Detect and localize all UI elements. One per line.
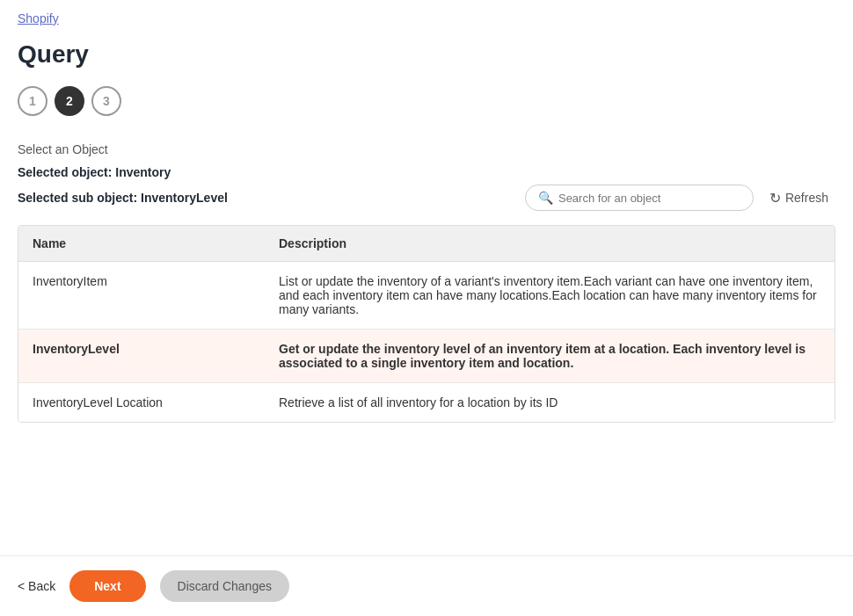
page-title: Query bbox=[18, 40, 835, 69]
stepper: 1 2 3 bbox=[18, 86, 835, 116]
section-label: Select an Object bbox=[18, 142, 835, 156]
row-description: List or update the inventory of a varian… bbox=[265, 262, 835, 330]
discard-changes-button[interactable]: Discard Changes bbox=[160, 570, 289, 602]
row-name: InventoryLevel Location bbox=[18, 383, 265, 423]
object-table: Name Description InventoryItemList or up… bbox=[18, 226, 835, 422]
col-header-name: Name bbox=[18, 226, 265, 262]
refresh-icon: ↻ bbox=[769, 190, 781, 207]
selected-object: Selected object: Inventory bbox=[18, 165, 835, 179]
row-name: InventoryItem bbox=[18, 262, 265, 330]
step-2: 2 bbox=[55, 86, 84, 116]
search-icon: 🔍 bbox=[538, 191, 553, 205]
search-input[interactable] bbox=[558, 192, 740, 205]
table-row[interactable]: InventoryLevelGet or update the inventor… bbox=[18, 330, 835, 383]
row-description: Retrieve a list of all inventory for a l… bbox=[265, 383, 835, 423]
step-1: 1 bbox=[18, 86, 47, 116]
top-bar: Shopify bbox=[0, 0, 853, 26]
table-container: Name Description InventoryItemList or up… bbox=[18, 225, 835, 423]
selected-subobject-row: Selected sub object: InventoryLevel 🔍 ↻ … bbox=[18, 185, 835, 211]
row-description: Get or update the inventory level of an … bbox=[265, 330, 835, 383]
main-content: Query 1 2 3 Select an Object Selected ob… bbox=[0, 26, 853, 555]
search-box: 🔍 bbox=[525, 185, 754, 211]
table-header-row: Name Description bbox=[18, 226, 835, 262]
row-name: InventoryLevel bbox=[18, 330, 265, 383]
table-row[interactable]: InventoryLevel LocationRetrieve a list o… bbox=[18, 383, 835, 423]
refresh-button[interactable]: ↻ Refresh bbox=[762, 186, 835, 210]
table-body: InventoryItemList or update the inventor… bbox=[18, 262, 835, 423]
next-button[interactable]: Next bbox=[69, 570, 145, 602]
refresh-label: Refresh bbox=[785, 191, 828, 205]
page-container: Shopify Query 1 2 3 Select an Object Sel… bbox=[0, 0, 853, 616]
col-header-description: Description bbox=[265, 226, 835, 262]
footer-bar: < Back Next Discard Changes bbox=[0, 555, 853, 616]
back-button[interactable]: < Back bbox=[18, 579, 55, 593]
selected-subobject: Selected sub object: InventoryLevel bbox=[18, 191, 228, 205]
search-refresh-container: 🔍 ↻ Refresh bbox=[525, 185, 835, 211]
table-row[interactable]: InventoryItemList or update the inventor… bbox=[18, 262, 835, 330]
shopify-link[interactable]: Shopify bbox=[18, 11, 59, 25]
step-3: 3 bbox=[91, 86, 121, 116]
